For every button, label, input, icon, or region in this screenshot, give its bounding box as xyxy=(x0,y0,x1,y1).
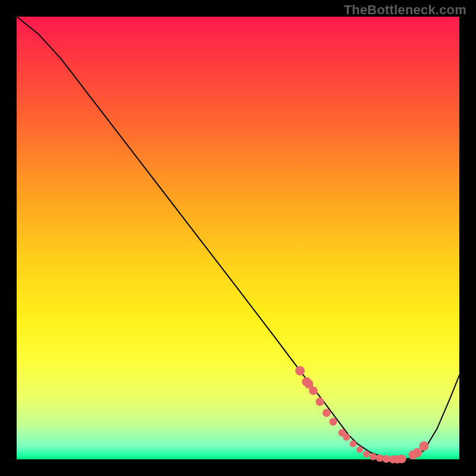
highlight-dots-group xyxy=(295,366,428,464)
highlight-dot xyxy=(413,448,422,458)
bottleneck-curve xyxy=(17,17,459,459)
watermark-text: TheBottleneck.com xyxy=(344,2,466,18)
chart-frame: TheBottleneck.com xyxy=(0,0,476,476)
highlight-dot xyxy=(322,409,331,417)
highlight-dot xyxy=(397,455,406,464)
highlight-dot xyxy=(330,418,337,425)
highlight-dot xyxy=(356,446,363,453)
highlight-dot xyxy=(419,441,429,451)
highlight-dot xyxy=(343,434,350,441)
highlight-dot xyxy=(369,453,377,461)
highlight-dot xyxy=(376,455,384,462)
highlight-dot xyxy=(363,450,370,458)
highlight-dot xyxy=(350,440,357,447)
plot-area xyxy=(17,17,459,459)
highlight-dot xyxy=(295,366,305,375)
highlight-dot xyxy=(309,386,318,395)
chart-svg xyxy=(17,17,459,459)
highlight-dot xyxy=(316,397,324,406)
